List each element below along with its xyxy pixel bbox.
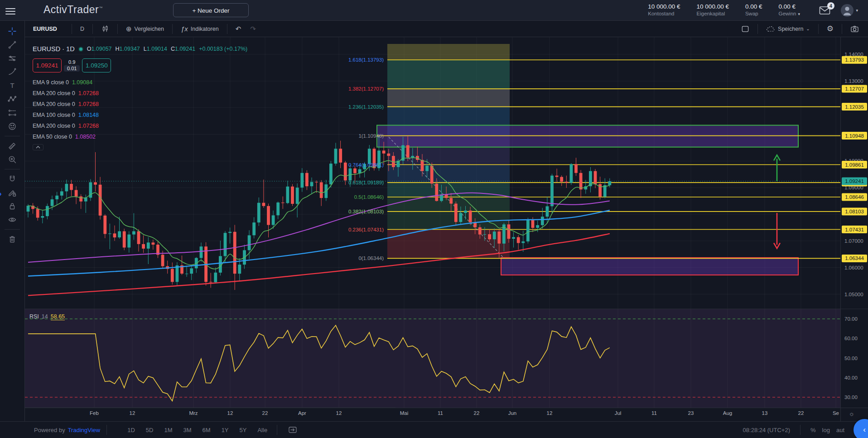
- svg-text:30.00: 30.00: [844, 395, 858, 400]
- svg-text:Mai: Mai: [400, 410, 409, 416]
- zoom-in-tool-icon[interactable]: [4, 153, 21, 166]
- svg-text:Apr: Apr: [298, 410, 306, 416]
- cloud-icon: [766, 25, 775, 33]
- new-order-button[interactable]: + Neue Order: [173, 3, 249, 17]
- supply-zone-box[interactable]: [377, 125, 798, 147]
- range-button-6m[interactable]: 6M: [199, 425, 214, 435]
- indicators-button[interactable]: ƒx Indikatoren: [176, 21, 223, 37]
- svg-text:0.382(1.08103): 0.382(1.08103): [348, 209, 384, 214]
- svg-text:12: 12: [227, 410, 233, 416]
- svg-text:1.236(1.12035): 1.236(1.12035): [348, 104, 384, 110]
- svg-text:Feb: Feb: [90, 410, 99, 416]
- svg-text:22: 22: [798, 410, 804, 416]
- svg-text:60.00: 60.00: [844, 336, 858, 341]
- goto-date-button[interactable]: [284, 422, 302, 438]
- collapse-panel-button[interactable]: ‹: [854, 419, 868, 438]
- log-scale-toggle[interactable]: log: [822, 427, 830, 433]
- fib-tools-tool-icon[interactable]: [4, 52, 21, 65]
- ema-9-line[interactable]: [28, 158, 610, 269]
- chevron-left-icon: ‹: [863, 425, 866, 434]
- gear-icon: ⚙: [827, 24, 834, 34]
- svg-text:1.12707: 1.12707: [845, 86, 864, 91]
- clock[interactable]: 08:28:24 (UTC+2): [743, 427, 790, 433]
- svg-text:1.07431: 1.07431: [845, 227, 864, 232]
- rsi-legend[interactable]: RSI 14 58.65: [29, 313, 65, 320]
- magnet-tool-icon[interactable]: [4, 172, 21, 186]
- svg-text:1.10948: 1.10948: [845, 133, 864, 139]
- interval-button[interactable]: D: [76, 21, 89, 37]
- range-button-5d[interactable]: 5D: [143, 425, 157, 435]
- emoji-tool-icon[interactable]: [4, 120, 21, 133]
- svg-text:Jun: Jun: [508, 410, 517, 416]
- svg-text:1.06000: 1.06000: [844, 265, 863, 270]
- up-arrow[interactable]: [774, 155, 780, 181]
- buy-price-button[interactable]: 1.09250: [82, 58, 111, 72]
- trend-line-tool-icon[interactable]: [4, 38, 21, 52]
- panel-expander-chevron[interactable]: ›: [0, 189, 2, 198]
- range-button-1m[interactable]: 1M: [161, 425, 175, 435]
- svg-text:22: 22: [474, 410, 480, 416]
- range-button-alle[interactable]: Alle: [254, 425, 270, 435]
- stat-value: 10 000.00 €: [697, 3, 729, 10]
- drawing-toolbar: T: [0, 21, 25, 421]
- eye-tool-icon[interactable]: [4, 213, 21, 226]
- compare-button[interactable]: ⊕ Vergleichen: [121, 21, 169, 37]
- chart-canvas[interactable]: 1.618(1.13793)1.382(1.12707)1.236(1.1203…: [25, 37, 868, 421]
- brush-tool-icon[interactable]: [4, 65, 21, 79]
- down-arrow[interactable]: [774, 213, 780, 248]
- ema-50-line[interactable]: [28, 193, 610, 262]
- time-scale[interactable]: Feb12Mrz1222Apr12Mai1122Jun12Jul1123Aug1…: [90, 410, 839, 416]
- percent-scale-toggle[interactable]: %: [810, 427, 816, 433]
- range-button-1d[interactable]: 1D: [124, 425, 138, 435]
- rsi-value: 58.65: [51, 313, 65, 320]
- tradingview-link[interactable]: TradingView: [68, 427, 101, 433]
- svg-text:11: 11: [438, 410, 443, 416]
- text-tool-icon[interactable]: T: [4, 79, 21, 92]
- chart-settings-button[interactable]: ⚙: [822, 21, 838, 37]
- rsi-pane[interactable]: [25, 309, 840, 408]
- svg-text:12: 12: [130, 410, 135, 416]
- range-button-3m[interactable]: 3M: [180, 425, 195, 435]
- draw-lock-tool-icon[interactable]: [4, 186, 21, 199]
- chart-svg[interactable]: 1.618(1.13793)1.382(1.12707)1.236(1.1203…: [25, 37, 868, 421]
- sell-price-button[interactable]: 1.09241: [33, 58, 62, 72]
- svg-text:13: 13: [762, 410, 768, 416]
- chevron-down-icon: ⌄: [806, 26, 810, 31]
- axis-settings-icon[interactable]: ☼: [849, 410, 855, 417]
- svg-text:1.08646: 1.08646: [845, 194, 864, 200]
- crosshair-tool-icon[interactable]: [4, 24, 21, 38]
- pattern-tool-icon[interactable]: [4, 92, 21, 106]
- auto-scale-toggle[interactable]: aut: [836, 427, 844, 433]
- legend-collapse-button[interactable]: [33, 144, 43, 150]
- svg-text:50.00: 50.00: [844, 356, 858, 361]
- account-stat: 0.00 € Swap: [745, 3, 762, 16]
- svg-text:70.00: 70.00: [844, 316, 858, 322]
- mail-button[interactable]: 4: [819, 5, 831, 15]
- stat-label: Eigenkapital: [697, 11, 729, 16]
- ruler-tool-icon[interactable]: [4, 139, 21, 153]
- symbol-button[interactable]: EURUSD: [25, 21, 68, 37]
- account-menu[interactable]: ▾: [840, 4, 858, 17]
- svg-text:Se: Se: [833, 410, 839, 416]
- chart-style-button[interactable]: [96, 21, 114, 37]
- forecast-tool-icon[interactable]: [4, 106, 21, 120]
- range-button-5y[interactable]: 5Y: [236, 425, 250, 435]
- undo-button[interactable]: ↶: [231, 21, 246, 37]
- stat-value: 0.00 €: [778, 3, 800, 10]
- account-stat[interactable]: 0.00 € Gewinn▾: [778, 3, 800, 16]
- svg-text:12: 12: [336, 410, 342, 416]
- svg-text:0.764(1.09861): 0.764(1.09861): [348, 162, 384, 168]
- account-stats: 10 000.00 € Kontostand10 000.00 € Eigenk…: [648, 3, 800, 16]
- trash-tool-icon[interactable]: [4, 232, 21, 246]
- hamburger-menu-icon[interactable]: [5, 6, 15, 14]
- compare-icon: ⊕: [126, 25, 132, 33]
- demand-zone-box[interactable]: [501, 258, 798, 275]
- goto-date-icon: [288, 426, 297, 434]
- screenshot-button[interactable]: [846, 21, 863, 37]
- svg-text:12: 12: [547, 410, 553, 416]
- layout-button[interactable]: [737, 21, 754, 37]
- range-button-1y[interactable]: 1Y: [218, 425, 232, 435]
- lock-tool-icon[interactable]: [4, 199, 21, 213]
- save-button[interactable]: Speichern ⌄: [762, 21, 815, 37]
- redo-button[interactable]: ↷: [246, 21, 260, 37]
